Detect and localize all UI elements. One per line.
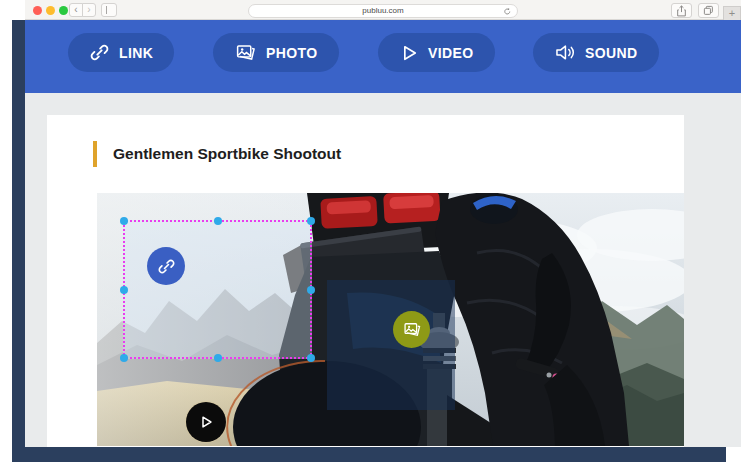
browser-chrome: ‹ › publuu.com xyxy=(25,0,741,20)
window-shadow-bottom xyxy=(12,447,726,462)
resize-handle-top-middle[interactable] xyxy=(214,217,222,225)
tabs-overview-icon[interactable] xyxy=(698,3,719,18)
refresh-icon[interactable] xyxy=(503,7,512,16)
browser-window: ‹ › publuu.com xyxy=(25,0,741,447)
page-title: Gentlemen Sportbike Shootout xyxy=(113,145,341,163)
link-area-selection[interactable] xyxy=(123,220,312,359)
resize-handle-top-right[interactable] xyxy=(307,217,315,225)
video-hotspot-button[interactable] xyxy=(186,402,226,442)
link-icon xyxy=(89,42,110,63)
resize-handle-middle-left[interactable] xyxy=(120,286,128,294)
play-icon xyxy=(399,43,419,63)
toolbar-link-button[interactable]: LINK xyxy=(68,33,174,72)
close-window-button[interactable] xyxy=(33,6,42,15)
photo-icon xyxy=(234,42,257,63)
link-hotspot-button[interactable] xyxy=(147,247,185,285)
article-photo xyxy=(97,193,684,446)
new-tab-button[interactable]: + xyxy=(723,6,741,21)
resize-handle-middle-right[interactable] xyxy=(307,286,315,294)
toolbar-sound-button[interactable]: SOUND xyxy=(533,33,659,72)
photo-hotspot-region[interactable] xyxy=(327,280,455,410)
window-shadow-left xyxy=(12,20,25,462)
zoom-window-button[interactable] xyxy=(59,6,68,15)
photo-icon xyxy=(402,320,422,339)
toolbar-photo-label: PHOTO xyxy=(266,45,318,61)
share-icon[interactable] xyxy=(671,3,692,18)
sidebar-toggle-icon[interactable] xyxy=(101,3,117,17)
forward-button[interactable]: › xyxy=(82,3,96,17)
article-card: Gentlemen Sportbike Shootout xyxy=(47,115,684,447)
page-background: Gentlemen Sportbike Shootout xyxy=(25,93,741,447)
title-accent-bar xyxy=(93,141,97,167)
minimize-window-button[interactable] xyxy=(46,6,55,15)
toolbar-video-button[interactable]: VIDEO xyxy=(378,33,495,72)
resize-handle-bottom-right[interactable] xyxy=(307,354,315,362)
media-toolbar: LINK PHOTO VIDEO xyxy=(25,20,741,93)
link-icon xyxy=(157,257,176,276)
toolbar-video-label: VIDEO xyxy=(428,45,474,61)
screenshot-stage: ‹ › publuu.com xyxy=(0,0,741,462)
toolbar-photo-button[interactable]: PHOTO xyxy=(213,33,339,72)
address-bar[interactable]: publuu.com xyxy=(248,4,518,18)
photo-hotspot-button[interactable] xyxy=(393,311,430,348)
toolbar-sound-label: SOUND xyxy=(585,45,638,61)
article-header: Gentlemen Sportbike Shootout xyxy=(93,141,341,167)
url-text: publuu.com xyxy=(249,5,517,17)
back-button[interactable]: ‹ xyxy=(69,3,83,17)
resize-handle-bottom-left[interactable] xyxy=(120,354,128,362)
speaker-icon xyxy=(554,42,576,63)
play-icon xyxy=(197,413,215,431)
sidebar-pane-divider xyxy=(106,6,107,14)
resize-handle-bottom-middle[interactable] xyxy=(214,354,222,362)
resize-handle-top-left[interactable] xyxy=(120,217,128,225)
toolbar-link-label: LINK xyxy=(119,45,153,61)
